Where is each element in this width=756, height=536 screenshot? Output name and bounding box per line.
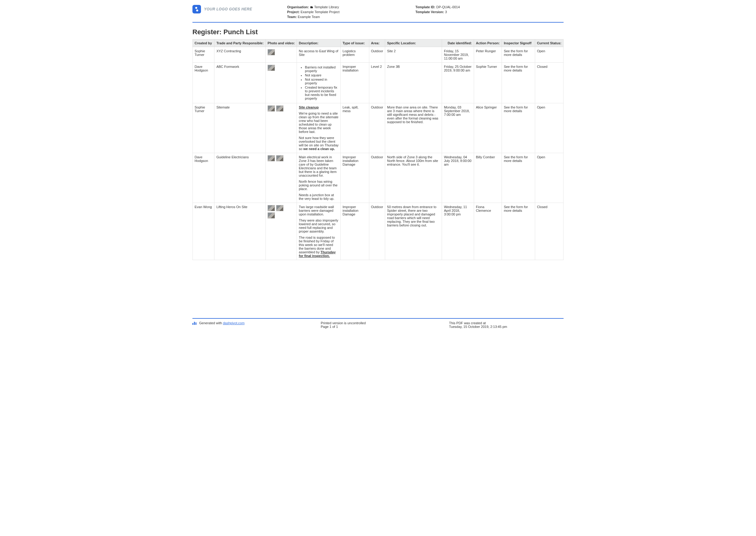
team-value: Example Team [298, 15, 320, 18]
team-label: Team: [287, 15, 297, 18]
cell-photo [266, 62, 297, 103]
col-location: Specific Location: [385, 39, 442, 47]
cell-location: More than one area on site. There are 3 … [385, 103, 442, 153]
generated-text: Generated with dashpivot.com [199, 321, 245, 325]
org-label: Organisation: [287, 5, 309, 9]
desc-para: Main electrical work in Zone 3 has been … [299, 155, 338, 177]
desc-para: Two large roadside wall barriers were da… [299, 205, 338, 216]
table-row: Evan Wong Lifting Heros On Site Two larg… [193, 203, 564, 260]
cell-signoff: See the form for more details [502, 103, 535, 153]
col-action: Action Person: [474, 39, 502, 47]
table-row: Sophie Turner Sitemate Site cleanup We'r… [193, 103, 564, 153]
desc-text: No access to East Wing of Site [299, 49, 338, 56]
footer: Generated with dashpivot.com Printed ver… [179, 318, 577, 335]
cell-status: Open [535, 47, 563, 62]
cell-area: Outdoor [369, 203, 385, 260]
thumbnail-icon [268, 49, 275, 55]
cell-status: Open [535, 153, 563, 203]
cell-action: Alice Springer [474, 103, 502, 153]
project-value: Example Template Project [300, 10, 340, 14]
thumbnail-icon [268, 105, 275, 112]
col-status: Current Status: [535, 39, 563, 47]
cell-created-by: Dave Hodgson [193, 153, 214, 203]
desc-para: Needs a junction box at the very least t… [299, 193, 338, 200]
meta-right: Template ID: DP-QUAL-0014 Template Versi… [415, 5, 564, 15]
cell-date: Wednesday, 11 April 2018, 3:00:00 pm [442, 203, 474, 260]
cell-date: Friday, 15 November 2019, 11:00:00 am [442, 47, 474, 62]
cell-trade: Lifting Heros On Site [214, 203, 266, 260]
cell-trade: Sitemate [214, 103, 266, 153]
page-title: Register: Punch List [192, 28, 564, 36]
col-trade: Trade and Party Responsible: [214, 39, 266, 47]
meta-left: Organisation: 🖿 Template Library Project… [287, 5, 415, 19]
list-item: Created temporary fix to prevent inciden… [305, 85, 338, 100]
col-created-by: Created by [193, 39, 214, 47]
cell-description: Barriers not installed properly Not squa… [297, 62, 341, 103]
footer-right: This PDF was created at Tuesday, 15 Octo… [449, 321, 564, 328]
thumbnail-icon [268, 205, 275, 211]
desc-para: We're going to need a site clean up from… [299, 112, 338, 134]
cell-trade: XYZ Contracting [214, 47, 266, 62]
table-header-row: Created by Trade and Party Responsible: … [193, 39, 564, 47]
cell-trade: ABC Formwork [214, 62, 266, 103]
col-area: Area: [369, 39, 385, 47]
tid-label: Template ID: [415, 5, 435, 9]
cell-signoff: See the form for more details [502, 153, 535, 203]
cell-created-by: Dave Hodgson [193, 62, 214, 103]
cell-description: Two large roadside wall barriers were da… [297, 203, 341, 260]
created-at-value: Tuesday, 15 October 2019, 2:13:45 pm [449, 325, 564, 328]
cell-location: Site 2 [385, 47, 442, 62]
thumbnail-icon [276, 105, 283, 112]
cell-description: No access to East Wing of Site [297, 47, 341, 62]
cell-area: Level 2 [369, 62, 385, 103]
cell-photo [266, 103, 297, 153]
cell-photo [266, 47, 297, 62]
col-signoff: Inspector Signoff [502, 39, 535, 47]
thumbnail-icon [268, 155, 275, 161]
cell-description: Site cleanup We're going to need a site … [297, 103, 341, 153]
thumbnail-icon [268, 212, 275, 218]
cell-status: Closed [535, 62, 563, 103]
cell-type: Leak, spill, mess [341, 103, 369, 153]
cell-photo [266, 153, 297, 203]
dashpivot-icon [192, 321, 197, 325]
desc-para: Not sure how they were overlooked but th… [299, 136, 338, 151]
logo-block: YOUR LOGO GOES HERE [192, 5, 287, 14]
logo-text: YOUR LOGO GOES HERE [204, 7, 252, 11]
header-divider [192, 22, 564, 23]
created-at-label: This PDF was created at [449, 321, 564, 325]
table-row: Dave Hodgson ABC Formwork Barriers not i… [193, 62, 564, 103]
cell-action: Fiona Clemence [474, 203, 502, 260]
cell-action: Peter Runger [474, 47, 502, 62]
cell-location: 50 metres down from entrance to Spider s… [385, 203, 442, 260]
cell-action: Sophie Turner [474, 62, 502, 103]
tid-value: DP-QUAL-0014 [436, 5, 460, 9]
register-table: Created by Trade and Party Responsible: … [192, 39, 564, 260]
cell-date: Wednesday, 04 July 2018, 8:00:00 am [442, 153, 474, 203]
cell-status: Open [535, 103, 563, 153]
cell-created-by: Evan Wong [193, 203, 214, 260]
cell-signoff: See the form for more details [502, 47, 535, 62]
cell-type: Logistics problem [341, 47, 369, 62]
thumbnail-icon [276, 155, 283, 161]
tver-label: Template Version: [415, 10, 444, 14]
dashpivot-link[interactable]: dashpivot.com [223, 321, 245, 325]
logo-icon [192, 5, 201, 14]
cell-location: Zone 3B [385, 62, 442, 103]
desc-para: North fence has wiring poking around all… [299, 180, 338, 191]
desc-heading: Site cleanup [299, 105, 319, 109]
document-page: YOUR LOGO GOES HERE Organisation: 🖿 Temp… [179, 0, 577, 335]
cell-type: Improper installation [341, 62, 369, 103]
table-row: Dave Hodgson Guideline Electricians Main… [193, 153, 564, 203]
footer-row: Generated with dashpivot.com Printed ver… [179, 319, 577, 335]
cell-date: Monday, 03 September 2018, 7:00:00 am [442, 103, 474, 153]
list-item: Barriers not installed properly [305, 65, 338, 73]
cell-created-by: Sophie Turner [193, 103, 214, 153]
cell-photo [266, 203, 297, 260]
desc-para: The road is supposed to be finished by F… [299, 236, 338, 258]
cell-signoff: See the form for more details [502, 62, 535, 103]
cell-created-by: Sophie Turner [193, 47, 214, 62]
cell-action: Billy Comber [474, 153, 502, 203]
list-item: Not screwed in properly [305, 78, 338, 85]
cell-status: Closed [535, 203, 563, 260]
